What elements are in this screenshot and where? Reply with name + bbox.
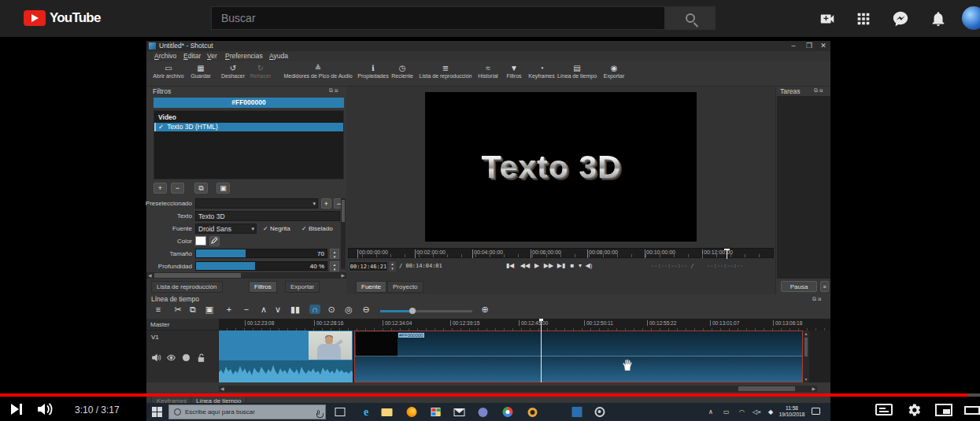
stop-dropdown[interactable]: ▾ [579,262,582,269]
depth-spinner[interactable]: ▴▾ [330,261,339,271]
next-video-button[interactable] [11,404,23,415]
search-input[interactable]: Buscar [211,6,665,30]
messages-icon[interactable] [892,10,909,28]
progress-bar[interactable] [0,393,980,397]
shotcut-taskbar-icon[interactable] [571,406,583,418]
size-spinner[interactable]: ▴▾ [330,249,339,259]
tasks-float-close-icons[interactable]: ⧉⊠ [814,87,824,94]
miniplayer-button[interactable] [935,404,952,416]
timeline-clip-video[interactable] [219,331,353,382]
toolbar-reciente[interactable]: ◷Reciente [391,63,413,79]
current-timecode[interactable]: 00:12:46:21 [349,261,388,271]
toolbar-historial[interactable]: ≈Historial [478,63,497,79]
skip-start-button[interactable]: ▮◀ [506,262,515,269]
maximize-button[interactable]: ❐ [804,42,815,50]
preview-scrub-bar[interactable]: 00:00:00:0000:02:00:0000:04:00:0000:06:0… [348,248,774,258]
menu-ayuda[interactable]: Ayuda [269,52,288,60]
taskbar-search[interactable]: Escribe aquí para buscar [168,404,326,419]
toolbar-línea-de-tiempo[interactable]: ▤Línea de tiempo [557,63,597,79]
people-icon[interactable] [477,406,489,418]
timecode-spinner[interactable]: ▴▾ [389,261,396,271]
hide-track-icon[interactable] [166,353,176,363]
zoom-out-button[interactable]: ⊖ [362,305,369,315]
timeline-clip-color[interactable]: #FF000000 [354,331,803,382]
toolbar-propiedades[interactable]: ℹPropiedades [357,63,388,79]
notifications-bell-icon[interactable] [930,10,947,28]
remove-filter-button[interactable]: − [171,183,184,194]
obs-icon[interactable] [594,406,606,418]
paste-button[interactable]: ▣ [205,305,213,315]
firefox-icon[interactable] [406,406,418,418]
color-swatch[interactable] [195,236,206,246]
preset-combo[interactable]: ▾ [195,198,318,209]
tab-project[interactable]: Proyecto [387,281,423,293]
lock-track-icon[interactable] [196,353,206,363]
copy-filters-button[interactable]: ⧉ [194,183,208,194]
master-track[interactable]: Master [146,319,219,331]
timeline-float-close-icons[interactable]: ⧉⊠ [812,296,823,302]
lift-button[interactable]: ∧ [261,305,267,315]
toolbar-deshacer[interactable]: ↺Deshacer [221,63,245,79]
track-name[interactable]: V1 [151,334,159,341]
add-filter-button[interactable]: + [153,183,167,194]
volume-button[interactable] [38,403,57,415]
toolbar-exportar[interactable]: ◉Exportar [604,63,624,79]
cut-button[interactable]: ✂ [174,305,181,315]
color-picker-button[interactable] [209,236,220,246]
avatar[interactable] [962,6,980,30]
depth-slider[interactable]: 40 % [195,261,327,271]
stop-button[interactable]: ■ [571,262,575,269]
toolbar-filtros[interactable]: ▼Filtros [506,63,521,79]
toolbar-rehacer[interactable]: ↻Rehacer [250,63,271,79]
mute-track-icon[interactable] [151,353,161,363]
ripple-toggle[interactable]: ◎ [345,305,353,315]
tray-clock[interactable]: 11:5819/10/2018 [776,405,808,418]
timeline-menu-button[interactable]: ≡ [156,305,161,314]
tab-playlist[interactable]: Lista de reproducción [151,281,223,293]
timeline-playhead[interactable] [541,319,542,382]
pause-button[interactable]: Pausa [781,281,817,292]
tab-source[interactable]: Fuente [356,281,386,293]
rewind-button[interactable]: ◀◀ [520,262,530,269]
zoom-in-button[interactable]: ⊕ [481,305,488,315]
panel-float-close-icons[interactable]: ⧉⊠ [329,87,339,94]
settings-button[interactable] [908,403,922,417]
toolbar-medidores-de-pico-de-audio[interactable]: ≜Medidores de Pico de Audio [283,63,352,79]
search-button[interactable] [665,6,716,30]
timeline-zoom-slider[interactable] [380,310,472,312]
split-button[interactable]: ▮▮ [290,305,300,315]
subtitles-button[interactable] [875,404,893,415]
tray-expand-icon[interactable]: ∧ [708,408,713,415]
upload-video-icon[interactable] [819,10,836,28]
menu-ver[interactable]: Ver [207,52,217,60]
composite-track-icon[interactable] [181,353,191,363]
menu-preferencias[interactable]: Preferencias [225,52,263,60]
overwrite-button[interactable]: ∨ [275,305,281,315]
tab-export[interactable]: Exportar [285,281,320,293]
theater-mode-button[interactable] [964,406,980,415]
preset-add-button[interactable]: + [321,198,331,209]
close-button[interactable]: ✕ [818,42,829,50]
menu-editar[interactable]: Editar [183,52,201,60]
task-view-icon[interactable] [335,406,346,418]
bevel-checkbox[interactable]: ✓ Biselado [301,223,333,234]
action-center-icon[interactable] [812,408,820,415]
snap-toggle[interactable]: ∩ [309,305,320,314]
skip-end-button[interactable]: ▶▮ [557,262,566,269]
toolbar-lista-de-reproducción[interactable]: ≣Lista de reproducción [420,63,472,79]
tasks-menu-button[interactable]: ≡ [820,281,829,292]
filter-checkbox[interactable]: ✓ [158,123,164,131]
menu-archivo[interactable]: Archivo [154,52,176,60]
filter-item[interactable]: ✓Texto 3D (HTML) [154,123,343,131]
paste-filters-button[interactable]: ▣ [216,183,230,194]
minimize-button[interactable]: – [788,42,799,50]
ripple-delete-button[interactable]: − [244,305,249,314]
size-slider[interactable]: 70 [195,249,327,258]
video-player[interactable]: Untitled* - Shotcut – ❐ ✕ ArchivoEditarV… [0,37,980,421]
timeline-ruler[interactable]: 00:12:23:0800:12:28:1600:12:34:0400:12:3… [219,319,830,331]
edge-icon[interactable]: e [361,406,372,418]
scrub-playhead[interactable] [727,249,727,259]
text-input[interactable]: Texto 3D [195,211,340,221]
apps-grid-icon[interactable] [855,10,872,28]
play-button[interactable]: ▶ [534,262,539,269]
